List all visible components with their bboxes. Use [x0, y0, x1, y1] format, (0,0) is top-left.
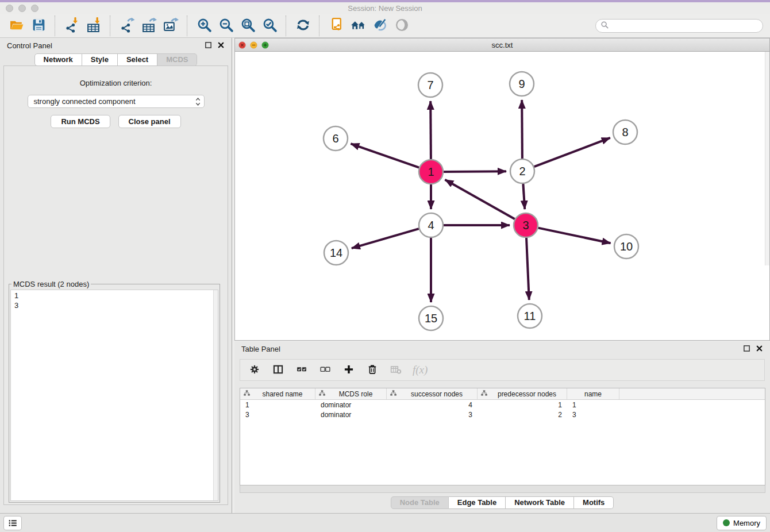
zoom-out-button[interactable] [215, 16, 237, 36]
select-all-button[interactable] [295, 363, 309, 377]
table-tab-node-table[interactable]: Node Table [391, 496, 449, 509]
table-close-icon[interactable] [756, 345, 763, 354]
table-tab-motifs[interactable]: Motifs [574, 496, 614, 509]
graph-node-4[interactable]: 4 [419, 213, 443, 237]
table-settings-button[interactable] [248, 363, 261, 377]
tab-style[interactable]: Style [82, 53, 118, 66]
zoom-selected-icon [262, 17, 278, 34]
graph-node-15[interactable]: 15 [419, 306, 443, 330]
refresh-layout-icon [295, 17, 311, 34]
add-column-button[interactable] [342, 363, 356, 377]
zoom-in-button[interactable] [193, 16, 215, 36]
node-label: 11 [524, 310, 536, 322]
zoom-fit-icon [240, 17, 256, 34]
export-table-button[interactable] [138, 16, 160, 36]
save-session-button[interactable] [28, 16, 49, 36]
table-settings-icon [249, 364, 260, 377]
table-row[interactable]: 3dominator323 [240, 410, 765, 419]
network-minimize-icon[interactable] [250, 41, 257, 51]
network-maximize-icon[interactable] [261, 41, 269, 51]
graph-node-14[interactable]: 14 [324, 241, 348, 265]
table-cell: 1 [567, 401, 619, 409]
table-tabs: Node TableEdge TableNetwork TableMotifs [391, 496, 614, 509]
toolbar-separator [286, 16, 287, 36]
table-tab-network-table[interactable]: Network Table [506, 496, 574, 509]
refresh-layout-button[interactable] [292, 16, 314, 36]
graph-node-10[interactable]: 10 [614, 234, 638, 259]
import-network-icon [64, 17, 80, 34]
graph-edge-2-3[interactable] [523, 184, 525, 209]
open-file-button[interactable] [6, 16, 28, 36]
float-panel-icon[interactable] [205, 41, 212, 51]
graph-edge-1-6[interactable] [351, 144, 419, 168]
mcds-result-list[interactable]: 13 [10, 290, 218, 501]
network-scrollbar[interactable] [765, 52, 769, 265]
minimize-window-icon[interactable] [18, 5, 26, 12]
import-network-button[interactable] [61, 16, 83, 36]
import-table-button[interactable] [83, 16, 105, 36]
zoom-selected-button[interactable] [259, 16, 280, 36]
column-header-predecessor-nodes[interactable]: predecessor nodes [478, 388, 567, 399]
graph-node-8[interactable]: 8 [613, 120, 637, 144]
network-close-icon[interactable] [238, 41, 246, 51]
graph-edge-2-8[interactable] [534, 138, 610, 167]
graph-edge-3-10[interactable] [538, 228, 611, 244]
search-input[interactable] [611, 21, 758, 31]
export-image-button[interactable] [160, 16, 182, 36]
table-panel-header: Table Panel [234, 341, 770, 357]
graph-node-2[interactable]: 2 [510, 159, 534, 183]
network-title: scc.txt [235, 41, 769, 49]
chevron-updown-icon [195, 97, 201, 107]
zoom-fit-button[interactable] [237, 16, 259, 36]
tab-select[interactable]: Select [118, 53, 157, 66]
graph-edge-2-9[interactable] [522, 100, 522, 159]
apply-style-button[interactable] [369, 16, 391, 36]
table-float-icon[interactable] [743, 345, 750, 354]
export-network-button[interactable] [116, 16, 138, 36]
node-label: 15 [425, 312, 437, 325]
close-panel-icon[interactable] [217, 41, 225, 51]
split-view-button[interactable] [271, 363, 285, 377]
graph-edge-1-2[interactable] [444, 171, 506, 172]
task-history-button[interactable] [3, 516, 22, 530]
tab-network[interactable]: Network [34, 53, 82, 66]
column-header-successor-nodes[interactable]: successor nodes [387, 388, 478, 399]
table-hscrollbar[interactable] [240, 485, 765, 493]
network-titlebar[interactable]: scc.txt [235, 38, 769, 52]
column-header-shared-name[interactable]: shared name [240, 388, 315, 399]
graph-node-1[interactable]: 1 [419, 160, 443, 184]
column-header-name[interactable]: name [567, 388, 619, 399]
network-canvas[interactable]: 1 2 3 4 6 7 8 9 10 11 14 15 [235, 52, 769, 340]
graph-node-3[interactable]: 3 [514, 213, 538, 237]
graph-node-6[interactable]: 6 [324, 126, 348, 151]
table-header-row: shared nameMCDS rolesuccessor nodesprede… [240, 388, 765, 400]
result-scrollbar[interactable] [213, 290, 218, 500]
delete-column-button[interactable] [365, 363, 379, 377]
clone-network-button[interactable] [325, 16, 347, 36]
memory-button[interactable]: Memory [717, 516, 767, 530]
zoom-window-icon[interactable] [31, 5, 38, 12]
graph-node-11[interactable]: 11 [518, 304, 542, 328]
tab-mcds[interactable]: MCDS [157, 53, 197, 66]
graph-edge-4-14[interactable] [352, 229, 419, 248]
graph-edge-3-1[interactable] [445, 180, 514, 219]
table-tab-edge-table[interactable]: Edge Table [449, 496, 506, 509]
deselect-all-button[interactable] [318, 363, 332, 377]
show-hide-button[interactable] [391, 16, 413, 36]
column-header-mcds-role[interactable]: MCDS role [315, 388, 387, 399]
first-neighbors-button[interactable] [347, 16, 369, 36]
graph-node-7[interactable]: 7 [418, 73, 442, 97]
graph-node-9[interactable]: 9 [510, 72, 534, 96]
run-mcds-button[interactable]: Run MCDS [51, 115, 110, 128]
table-cell: 1 [240, 401, 315, 409]
close-panel-button[interactable]: Close panel [118, 115, 181, 128]
graph-edge-3-11[interactable] [526, 238, 529, 300]
search-field[interactable] [595, 19, 763, 33]
criterion-select[interactable]: strongly connected component [28, 95, 205, 108]
close-window-icon[interactable] [6, 5, 13, 12]
select-all-icon [296, 364, 307, 377]
save-session-icon [31, 17, 47, 34]
table-row[interactable]: 1dominator411 [240, 400, 765, 410]
graph-edge-1-7[interactable] [430, 101, 431, 159]
window-traffic-lights[interactable] [6, 5, 38, 12]
